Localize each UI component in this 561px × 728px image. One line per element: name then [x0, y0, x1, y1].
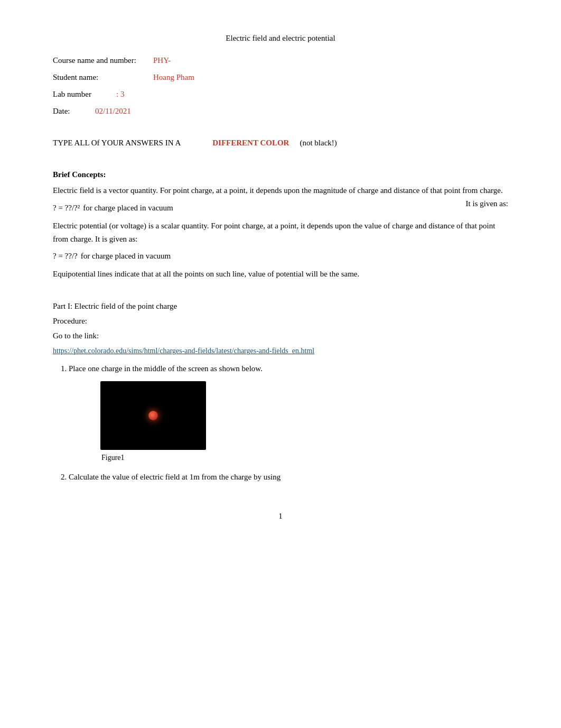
- type-all-suffix: (not black!): [300, 136, 336, 149]
- page-number: 1: [53, 510, 508, 522]
- formula2-line: ? = ??/? for charge placed in vacuum: [53, 250, 508, 262]
- phet-link[interactable]: https://phet.colorado.edu/sims/html/char…: [53, 347, 314, 355]
- brief-concepts-heading: Brief Concepts:: [53, 168, 508, 181]
- lab-label: Lab number: [53, 88, 116, 100]
- formula2-suffix: for charge placed in vacuum: [81, 250, 171, 262]
- formula1-text: ? = ??/?²: [53, 201, 80, 214]
- date-label: Date:: [53, 105, 95, 117]
- type-all-highlight: DIFFERENT COLOR: [212, 136, 289, 149]
- student-line: Student name: Hoang Pham: [53, 71, 508, 84]
- brief-para1: Electric field is a vector quantity. For…: [53, 184, 508, 197]
- formula1-suffix: for charge placed in vacuum: [83, 201, 173, 214]
- steps-list: Place one charge in the middle of the sc…: [69, 362, 508, 483]
- type-all-line: TYPE ALL Of YOUR ANSWERS IN A DIFFERENT …: [53, 136, 508, 149]
- page-title: Electric field and electric potential: [53, 32, 508, 44]
- course-line: Course name and number: PHY-: [53, 54, 508, 67]
- link-container: https://phet.colorado.edu/sims/html/char…: [53, 344, 508, 357]
- brief-para3: Equipotential lines indicate that at all…: [53, 268, 508, 281]
- lab-line: Lab number : 3: [53, 88, 508, 100]
- student-label: Student name:: [53, 71, 153, 84]
- figure1-container: Figure1: [100, 381, 508, 464]
- step-1-text: Place one charge in the middle of the sc…: [69, 364, 263, 373]
- course-label: Course name and number:: [53, 54, 153, 67]
- charge-dot: [148, 411, 158, 420]
- date-value: 02/11/2021: [95, 105, 131, 117]
- step-1: Place one charge in the middle of the sc…: [69, 362, 508, 464]
- figure1-label: Figure1: [100, 452, 125, 464]
- figure1-image: [100, 381, 206, 450]
- procedure-heading: Procedure:: [53, 315, 508, 327]
- formula2-text: ? = ??/?: [53, 250, 78, 262]
- date-line: Date: 02/11/2021: [53, 105, 508, 117]
- para1-text: Electric field is a vector quantity. For…: [53, 186, 503, 195]
- formula1-line: ? = ??/?² for charge placed in vacuum: [53, 201, 466, 214]
- course-value: PHY-: [153, 54, 171, 67]
- type-all-prefix: TYPE ALL Of YOUR ANSWERS IN A: [53, 136, 181, 149]
- step-2: Calculate the value of electric field at…: [69, 471, 508, 483]
- brief-para2: Electric potential (or voltage) is a sca…: [53, 219, 508, 246]
- step-2-text: Calculate the value of electric field at…: [69, 473, 280, 481]
- part1-heading: Part I: Electric field of the point char…: [53, 300, 508, 312]
- student-value: Hoang Pham: [153, 71, 194, 84]
- go-to-link-label: Go to the link:: [53, 329, 508, 342]
- para1-right: It is given as:: [466, 197, 508, 210]
- lab-value: : 3: [116, 88, 124, 100]
